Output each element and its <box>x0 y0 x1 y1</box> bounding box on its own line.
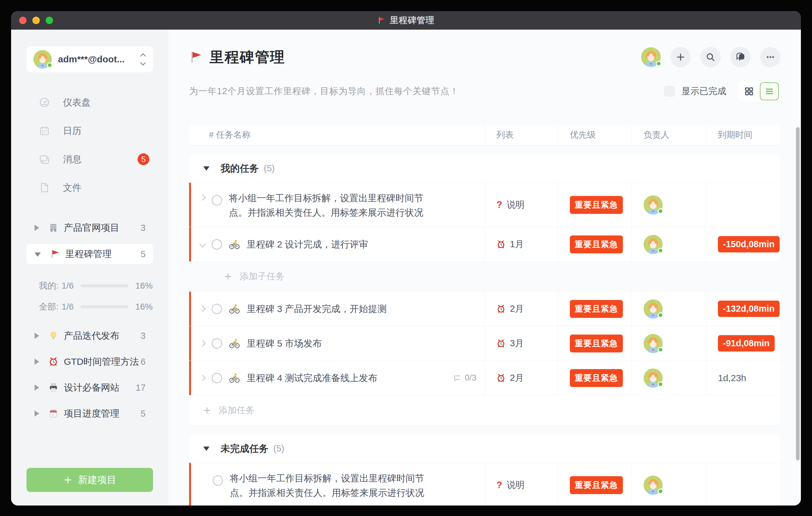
board-view-button[interactable] <box>740 82 759 100</box>
assignee-avatar[interactable] <box>643 299 663 318</box>
task-list-cell[interactable]: 2月 <box>484 361 558 395</box>
view-toggle <box>738 81 781 102</box>
task-due-cell[interactable]: -91d,08min <box>706 326 781 361</box>
task-due-cell[interactable]: 1d,23h <box>706 361 781 395</box>
new-project-button[interactable]: 新建项目 <box>27 468 153 492</box>
user-avatar[interactable] <box>641 47 661 67</box>
complete-task-checkbox[interactable] <box>212 304 222 314</box>
expand-triangle-icon[interactable] <box>34 225 39 231</box>
collapse-chevron-icon[interactable] <box>199 241 206 248</box>
task-title[interactable]: 里程碑 3 产品开发完成，开始提测 <box>247 302 386 316</box>
task-list-cell[interactable]: 2月 <box>484 292 558 326</box>
task-title[interactable]: 将小组一年工作目标拆解，设置出里程碑时间节点。并指派相关责任人。用标签来展示进行… <box>230 471 433 500</box>
task-priority-cell[interactable]: 重要且紧急 <box>558 326 632 361</box>
assignee-avatar[interactable] <box>643 334 663 353</box>
sidebar-item-消息[interactable]: 消息5 <box>27 145 153 173</box>
task-list-cell[interactable]: 1月 <box>484 227 558 261</box>
close-window-button[interactable] <box>19 17 27 24</box>
collapse-triangle-icon[interactable] <box>34 253 41 257</box>
add-button[interactable] <box>670 47 691 67</box>
task-row[interactable]: 将小组一年工作目标拆解，设置出里程碑时间节点。并指派相关责任人。用标签来展示进行… <box>189 183 781 227</box>
add-subtask-row[interactable]: 添加子任务 <box>189 262 781 292</box>
show-completed-checkbox[interactable] <box>664 86 675 96</box>
task-row[interactable]: 里程碑 5 市场发布3月重要且紧急-91d,08min <box>189 326 781 361</box>
sidebar-item-日历[interactable]: 日历 <box>27 117 153 145</box>
task-title[interactable]: 里程碑 5 市场发布 <box>247 336 322 351</box>
task-owner-cell[interactable] <box>632 361 706 395</box>
collapse-triangle-icon[interactable] <box>203 166 209 171</box>
add-task-row[interactable]: 添加任务 <box>189 395 781 425</box>
task-owner-cell[interactable] <box>632 326 706 361</box>
group-header[interactable]: 我的任务(5) <box>189 154 781 183</box>
task-priority-cell[interactable]: 重要且紧急 <box>558 183 632 227</box>
user-account-card[interactable]: adm***@doot... <box>27 46 153 72</box>
group-name: 我的任务 <box>221 162 259 175</box>
task-list-cell[interactable]: 3月 <box>484 326 558 361</box>
group-header[interactable]: 未完成任务(5) <box>189 434 781 463</box>
task-row[interactable]: 将小组一年工作目标拆解，设置出里程碑时间节点。并指派相关责任人。用标签来展示进行… <box>189 463 781 506</box>
task-owner-cell[interactable] <box>632 463 706 506</box>
assignee-avatar[interactable] <box>643 235 663 254</box>
task-due-cell[interactable] <box>706 463 781 506</box>
zoom-window-button[interactable] <box>46 17 53 24</box>
expand-triangle-icon[interactable] <box>34 359 39 365</box>
vertical-scrollbar[interactable] <box>796 127 800 460</box>
expand-chevron-icon[interactable] <box>199 194 206 201</box>
more-button[interactable] <box>760 47 781 67</box>
task-title[interactable]: 里程碑 4 测试完成准备线上发布 <box>247 371 377 385</box>
task-due-cell[interactable] <box>706 183 781 227</box>
list-view-button[interactable] <box>760 82 779 100</box>
task-priority-cell[interactable]: 重要且紧急 <box>558 227 632 261</box>
project-item-项目进度管理[interactable]: 项目进度管理5 <box>27 401 153 427</box>
plus-icon <box>203 406 211 415</box>
task-count: 5 <box>141 409 146 419</box>
task-list-cell[interactable]: ?说明 <box>484 463 558 506</box>
progress-ratio: 1/6 <box>62 302 74 312</box>
expand-chevron-icon[interactable] <box>199 375 206 381</box>
complete-task-checkbox[interactable] <box>212 373 222 383</box>
project-item-产品迭代发布[interactable]: 产品迭代发布3 <box>27 323 153 349</box>
window-body: adm***@doot... 仪表盘日历消息5文件 产品官网项目3里程碑管理5 … <box>11 30 801 506</box>
minimize-window-button[interactable] <box>32 17 40 24</box>
search-button[interactable] <box>700 47 721 67</box>
task-row[interactable]: 里程碑 4 测试完成准备线上发布0/32月重要且紧急1d,23h <box>189 361 781 395</box>
expand-triangle-icon[interactable] <box>34 333 39 339</box>
task-due-cell[interactable]: -150d,08min <box>706 227 781 261</box>
sidebar-item-仪表盘[interactable]: 仪表盘 <box>27 88 153 117</box>
assignee-avatar[interactable] <box>643 476 663 495</box>
project-item-里程碑管理[interactable]: 里程碑管理5 <box>27 244 153 264</box>
task-due-cell[interactable]: -132d,08min <box>706 292 781 326</box>
project-item-设计必备网站[interactable]: 设计必备网站17 <box>27 375 153 401</box>
task-title[interactable]: 将小组一年工作目标拆解，设置出里程碑时间节点。并指派相关责任人。用标签来展示进行… <box>229 191 433 220</box>
sidebar-item-文件[interactable]: 文件 <box>27 173 153 202</box>
task-owner-cell[interactable] <box>632 227 706 261</box>
complete-task-checkbox[interactable] <box>212 338 222 349</box>
task-row[interactable]: 里程碑 3 产品开发完成，开始提测2月重要且紧急-132d,08min <box>189 292 781 326</box>
task-list-cell[interactable]: ?说明 <box>484 183 558 227</box>
task-title[interactable]: 里程碑 2 设计完成，进行评审 <box>247 237 368 252</box>
expand-triangle-icon[interactable] <box>34 384 39 391</box>
list-name: 1月 <box>510 238 524 251</box>
task-owner-cell[interactable] <box>632 292 706 326</box>
complete-task-checkbox[interactable] <box>212 475 223 486</box>
chat-button[interactable] <box>730 47 751 67</box>
expand-triangle-icon[interactable] <box>34 410 39 417</box>
task-priority-cell[interactable]: 重要且紧急 <box>558 361 632 395</box>
task-group-我的任务: 我的任务(5)将小组一年工作目标拆解，设置出里程碑时间节点。并指派相关责任人。用… <box>189 154 781 425</box>
calendar-icon <box>39 125 50 136</box>
task-priority-cell[interactable]: 重要且紧急 <box>558 292 632 326</box>
complete-task-checkbox[interactable] <box>212 195 222 205</box>
expand-chevron-icon[interactable] <box>199 340 206 347</box>
progress-bar <box>81 284 129 287</box>
project-item-产品官网项目[interactable]: 产品官网项目3 <box>27 215 153 241</box>
assignee-avatar[interactable] <box>643 195 663 214</box>
project-item-GTD时间管理方法[interactable]: GTD时间管理方法6 <box>27 349 153 375</box>
bike-icon <box>229 338 240 349</box>
task-owner-cell[interactable] <box>632 183 706 227</box>
assignee-avatar[interactable] <box>643 369 663 388</box>
task-row[interactable]: 里程碑 2 设计完成，进行评审1月重要且紧急-150d,08min <box>189 227 781 262</box>
expand-chevron-icon[interactable] <box>199 306 206 312</box>
collapse-triangle-icon[interactable] <box>203 447 209 451</box>
task-priority-cell[interactable]: 重要且紧急 <box>558 463 632 506</box>
complete-task-checkbox[interactable] <box>212 239 222 250</box>
